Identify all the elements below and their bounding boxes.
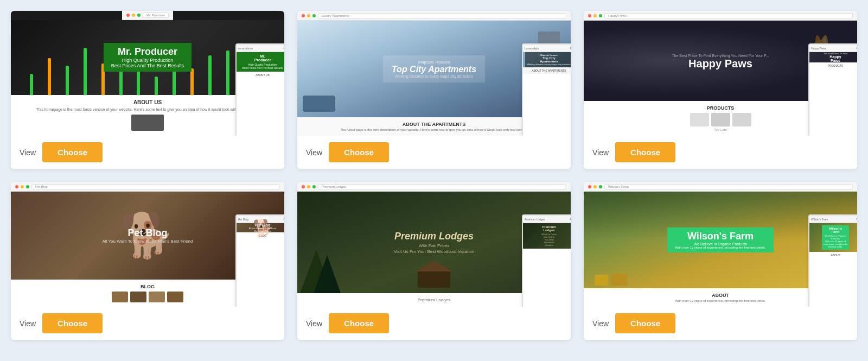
bar [208,55,212,94]
url-bar: Pet Blog [31,184,280,189]
overlay-preview: Luxury Apts ⊕ Majestic Houses Top CityAp… [522,43,571,136]
about-heading: ABOUT US [133,99,162,105]
choose-button[interactable]: Choose [42,142,103,162]
overlay-hero: Premium Lodges With Fair Prices Visit Us… [523,223,571,249]
dot-red [15,185,18,188]
dot-yellow [132,14,135,17]
template-grid: Mr. Producer [11,11,857,340]
card-preview-luxury-apartments: Luxury Apartments Majestic Houses Top Ci… [297,11,571,136]
overlay-controls: ⊕ [283,46,284,50]
overlay-preview: Wilson's Farm ⊕ Wilson'sFarm We Believe … [808,214,857,307]
overlay-footer: ABOUT US [237,72,284,78]
product-thumb [711,113,730,126]
dot-red [588,14,591,17]
blog-thumb [167,292,183,302]
overlay-url: Wilson's Farm [811,218,828,221]
overlay-topbar: Wilson's Farm ⊕ [809,216,857,223]
bar [48,58,51,95]
overlay-topbar: mr-producer ⊕ [237,45,284,52]
overlay-hero: Majestic Houses Top CityApartments Walki… [523,52,571,67]
dot-red [588,185,591,188]
overlay-preview: Pet Blog ⊕ 🐕 Pet Blog All You Want To Kn… [235,214,284,307]
card-luxury-apartments: Luxury Apartments Majestic Houses Top Ci… [297,11,571,169]
browser-topbar: Happy Paws [584,11,857,21]
bar [155,77,158,95]
product-thumb [732,113,751,126]
view-button[interactable]: View [592,148,609,157]
bar [190,68,194,94]
browser-topbar: Pet Blog [11,182,284,192]
template-title: Happy Paws [672,58,769,70]
choose-button[interactable]: Choose [329,142,389,162]
view-button[interactable]: View [592,319,609,328]
overlay-topbar: Luxury Apts ⊕ [523,45,571,52]
url-bar: Mr. Producer [143,12,169,18]
title-box: Majestic Houses Top City Apartments Walk… [383,55,485,83]
overlay-title: Mr.Producer High Quality ProductionBest … [242,54,283,69]
dot-green [312,14,316,17]
overlay-preview: Happy Paws ⊕ The Best Place To Find Happ… [808,43,857,136]
choose-button[interactable]: Choose [329,313,389,333]
overlay-topbar: Premium Lodges ⊕ [523,216,571,223]
subtitle: The Best Place To Find Everything You Ne… [672,54,769,58]
url-bar: Wilson's Farm [604,184,853,189]
template-title: Top City Apartments [392,65,476,74]
url-bar: Premium Lodges [318,184,566,189]
bar [30,74,33,95]
card-wilsons-farm: Wilson's Farm Wilson's Farm We Believe i… [584,182,857,340]
tree2 [314,255,341,293]
dot-yellow [21,185,24,188]
overlay-topbar: Happy Paws ⊕ [809,45,857,52]
template-title: Pet Blog [103,227,193,239]
overlay-footer: ABOUT THE APARTMENTS [523,67,571,74]
blog-thumb [112,292,128,302]
blog-thumb [149,292,165,302]
bar [119,71,123,94]
card-preview-wilsons-farm: Wilson's Farm Wilson's Farm We Believe i… [584,182,857,307]
dot-green [26,185,29,188]
choose-button[interactable]: Choose [615,142,675,162]
card-happy-paws: Happy Paws 🐈 The Best Place To Find Ever… [584,11,857,169]
view-button[interactable]: View [20,148,36,157]
hay-bale [595,275,608,286]
template-title: Mr. Producer [111,46,184,58]
view-button[interactable]: View [306,148,322,157]
template-subtitle2: Best Prices And The Best Results [111,63,184,68]
hay-bale [611,274,627,286]
overlay-title: Pet Blog All You Want To Know AboutMan's… [249,223,276,232]
template-subtitle: All You Want To Know About Man's Best Fr… [103,239,193,244]
template-subtitle: With Fair Prices [394,243,475,248]
title-content: Premium Lodges With Fair Prices Visit Us… [394,231,475,254]
view-button[interactable]: View [306,319,322,328]
dot-green [137,14,141,17]
card-footer: View Choose [11,307,284,340]
dot-green [599,185,602,188]
overlay-hero: 🐕 Pet Blog All You Want To Know AboutMan… [237,223,284,232]
view-button[interactable]: View [20,319,36,328]
overlay-footer: ABOUT [809,252,857,258]
overlay-title: Premium Lodges With Fair Prices Visit Us… [541,225,557,246]
blog-thumb [130,292,146,302]
choose-button[interactable]: Choose [42,313,103,333]
overlay-url: Luxury Apts [525,47,539,50]
template-title: Premium Lodges [394,231,475,242]
overlay-footer: PRODUCTS [809,62,857,69]
card-footer: View Choose [11,136,284,169]
choose-button[interactable]: Choose [615,313,675,333]
overlay-controls: ⊕ [570,46,571,50]
dot-yellow [307,185,310,188]
overlay-url: Pet Blog [238,218,248,221]
overlay-hero: Mr.Producer High Quality ProductionBest … [237,52,284,72]
overlay-controls: ⊕ [856,46,857,50]
overlay-controls: ⊕ [856,217,857,221]
overlay-footer [523,249,571,252]
browser-topbar: Wilson's Farm [584,182,857,192]
overlay-controls: ⊕ [570,217,571,221]
card-premium-lodges: Premium Lodges Premium Lodges With Fair … [297,182,571,340]
lodge-roof [415,261,453,271]
url-bar: Happy Paws [604,13,853,18]
overlay-hero: The Best Place To Find HappyPaws [809,52,857,62]
template-subtitle: We Believe in Organic Products [675,242,765,246]
dot-red [302,14,305,17]
template-subtitle2: Walking Distance to every major city att… [392,74,476,78]
